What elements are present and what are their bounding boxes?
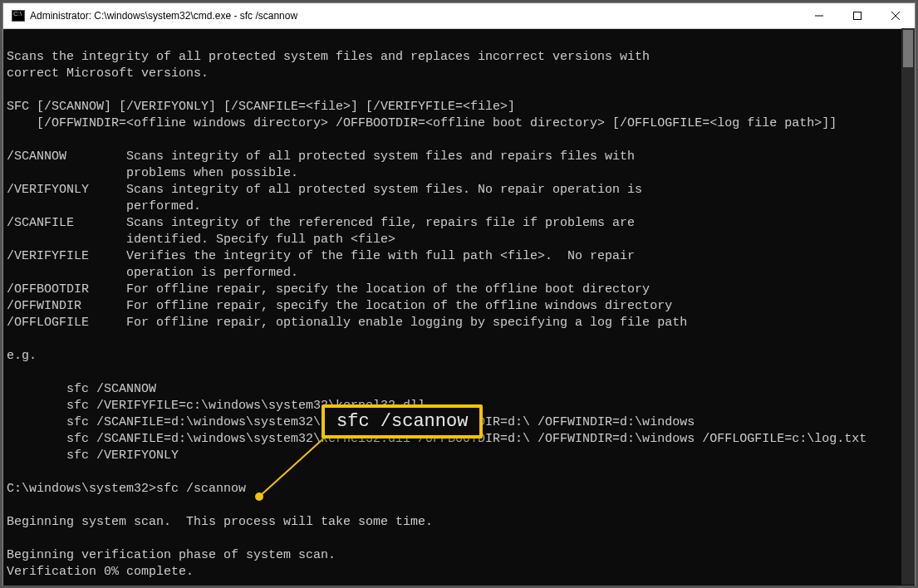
cmd-icon: C:\ — [10, 7, 27, 24]
titlebar[interactable]: C:\ Administrator: C:\windows\system32\c… — [3, 3, 915, 29]
line: /OFFWINDIR For offline repair, specify t… — [7, 299, 672, 313]
line: Scans the integrity of all protected sys… — [7, 50, 650, 64]
line: /SCANNOW Scans integrity of all protecte… — [7, 149, 635, 164]
minimize-button[interactable] — [800, 3, 838, 28]
scrollbar-thumb[interactable] — [903, 30, 913, 67]
line: identified. Specify full path <file> — [7, 233, 395, 247]
callout-dot-icon — [255, 492, 263, 501]
line: correct Microsoft versions. — [7, 66, 209, 81]
line: /VERIFYONLY Scans integrity of all prote… — [7, 183, 642, 197]
close-button[interactable] — [876, 3, 915, 28]
maximize-button[interactable] — [838, 3, 876, 28]
line: [/OFFWINDIR=<offline windows directory> … — [7, 116, 837, 130]
vertical-scrollbar[interactable] — [901, 28, 915, 585]
window-title: Administrator: C:\windows\system32\cmd.e… — [30, 10, 800, 22]
line: Beginning system scan. This process will… — [7, 515, 433, 529]
line: performed. — [7, 199, 201, 213]
line: operation is performed. — [7, 266, 298, 280]
line: sfc /SCANNOW — [7, 382, 156, 396]
terminal-output[interactable]: Scans the integrity of all protected sys… — [3, 29, 915, 586]
callout-text: sfc /scannow — [336, 411, 468, 432]
line: problems when possible. — [7, 166, 298, 180]
line: Beginning verification phase of system s… — [7, 548, 336, 562]
line: SFC [/SCANNOW] [/VERIFYONLY] [/SCANFILE=… — [7, 100, 515, 114]
svg-rect-1 — [854, 12, 862, 20]
line: /VERIFYFILE Verifies the integrity of th… — [7, 249, 635, 263]
prompt-line: C:\windows\system32>sfc /scannow — [7, 482, 246, 496]
line: /SCANFILE Scans integrity of the referen… — [7, 216, 635, 230]
line: e.g. — [7, 349, 37, 363]
line: /OFFBOOTDIR For offline repair, specify … — [7, 282, 650, 296]
callout-box: sfc /scannow — [322, 404, 483, 439]
line: Verification 0% complete. — [7, 565, 194, 579]
cmd-window: C:\ Administrator: C:\windows\system32\c… — [3, 3, 915, 585]
line: sfc /VERIFYONLY — [7, 448, 179, 463]
line: /OFFLOGFILE For offline repair, optional… — [7, 316, 687, 330]
